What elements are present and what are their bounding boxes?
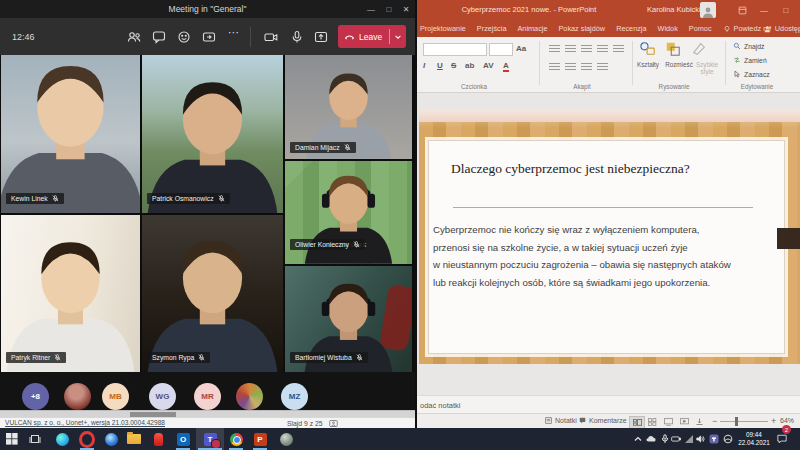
leave-button[interactable]: Leave xyxy=(338,25,406,48)
video-tile[interactable]: Damian Mijacz xyxy=(285,55,412,159)
font-name-input[interactable] xyxy=(423,43,487,56)
accessibility-check-icon[interactable] xyxy=(329,419,338,428)
grow-font-icon[interactable]: Aa xyxy=(516,44,526,53)
swirl-tray-icon[interactable] xyxy=(723,428,733,450)
initials-avatar[interactable]: MZ xyxy=(281,383,308,410)
minimize-button[interactable]: — xyxy=(363,0,379,18)
video-tile[interactable]: Bartłomiej Wistuba xyxy=(285,266,412,372)
notes-toggle[interactable]: Notatki xyxy=(545,417,577,424)
reading-view-button[interactable] xyxy=(661,416,675,427)
fit-slide-icon[interactable] xyxy=(695,417,704,427)
red-app-icon[interactable] xyxy=(150,431,166,447)
tab-animacje[interactable]: Animacje xyxy=(517,24,547,33)
tab-recenzja[interactable]: Recenzja xyxy=(616,24,646,33)
minimize-button[interactable]: — xyxy=(756,0,772,20)
taskbar-clock[interactable]: 09:44 22.04.2021 xyxy=(737,431,771,447)
font-size-input[interactable] xyxy=(489,43,513,56)
indent-increase-icon[interactable] xyxy=(597,45,608,53)
overflow-participants-avatar[interactable]: +8 xyxy=(22,383,49,410)
underline-icon[interactable]: U xyxy=(437,61,443,70)
teams-taskbar-icon[interactable]: T xyxy=(202,431,218,447)
zoom-level[interactable]: 64% xyxy=(780,417,794,424)
select-button[interactable]: Zaznacz xyxy=(733,70,770,78)
find-button[interactable]: Znajdź xyxy=(733,42,764,50)
maximize-button[interactable]: □ xyxy=(381,0,397,18)
zoom-slider-track[interactable] xyxy=(720,421,768,422)
outlook-icon[interactable]: O xyxy=(175,431,191,447)
font-color-icon[interactable]: A xyxy=(503,61,509,72)
quick-styles-icon[interactable] xyxy=(691,41,707,61)
maximize-button[interactable]: □ xyxy=(778,0,794,20)
reactions-icon[interactable] xyxy=(177,30,191,44)
participants-icon[interactable] xyxy=(127,30,141,44)
zoom-out-icon[interactable]: − xyxy=(712,416,717,426)
comments-toggle[interactable]: Komentarze xyxy=(579,417,627,424)
slide-sorter-view-button[interactable] xyxy=(645,416,659,427)
video-tile[interactable]: Patryk Ritner xyxy=(1,215,140,372)
battery-icon[interactable] xyxy=(671,428,681,450)
camera-icon[interactable] xyxy=(264,30,278,44)
opera-icon[interactable] xyxy=(79,431,95,447)
numbering-icon[interactable] xyxy=(565,45,576,53)
tab-pomoc[interactable]: Pomoc xyxy=(689,24,712,33)
microphone-tray-icon[interactable] xyxy=(660,428,670,450)
network-icon[interactable] xyxy=(684,428,694,450)
leave-options-chevron-icon[interactable] xyxy=(390,33,406,41)
globe-app-icon[interactable] xyxy=(103,431,119,447)
hidden-icons-chevron[interactable] xyxy=(633,428,643,450)
tab-przejscia[interactable]: Przejścia xyxy=(477,24,507,33)
powerpoint-taskbar-icon[interactable]: P xyxy=(252,431,268,447)
shapes-icon[interactable] xyxy=(639,41,657,61)
account-name[interactable]: Karolina Kubicki xyxy=(647,5,701,14)
slideshow-view-button[interactable] xyxy=(677,416,691,427)
video-tile[interactable]: Szymon Rypa xyxy=(142,215,283,372)
notification-center-icon[interactable]: 2 xyxy=(777,428,787,450)
align-right-icon[interactable] xyxy=(581,63,592,71)
share-screen-icon[interactable] xyxy=(314,30,328,44)
initials-avatar[interactable]: MR xyxy=(194,383,221,410)
ribbon-display-options-icon[interactable] xyxy=(734,0,750,20)
vulcan-version-link[interactable]: VULCAN sp. z o. o., Uonet+, wersja 21.03… xyxy=(5,419,165,426)
arrange-button-label[interactable]: Rozmieść xyxy=(663,61,695,68)
slide-canvas[interactable]: Dlaczego cyberprzemoc jest niebezpieczna… xyxy=(419,110,800,364)
character-spacing-icon[interactable]: AV xyxy=(483,61,494,70)
onedrive-icon[interactable] xyxy=(646,428,656,450)
italic-icon[interactable]: I xyxy=(423,61,425,70)
bullets-icon[interactable] xyxy=(549,45,560,53)
tab-widok[interactable]: Widok xyxy=(658,24,678,33)
initials-avatar[interactable]: WG xyxy=(149,383,176,410)
video-tile[interactable]: Patrick Osmanowicz xyxy=(142,55,283,213)
microphone-icon[interactable] xyxy=(290,30,304,44)
sphere-app-icon[interactable] xyxy=(278,431,294,447)
strikethrough-icon[interactable]: S xyxy=(451,61,456,70)
tab-projektowanie[interactable]: Projektowanie xyxy=(420,24,466,33)
task-view-button[interactable] xyxy=(27,431,43,447)
share-button[interactable]: Udostęp xyxy=(764,20,800,37)
photo-avatar[interactable] xyxy=(64,383,91,410)
justify-icon[interactable] xyxy=(597,63,608,71)
indent-decrease-icon[interactable] xyxy=(581,45,592,53)
initials-avatar[interactable]: MB xyxy=(102,383,129,410)
file-explorer-icon[interactable] xyxy=(126,431,142,447)
chrome-icon[interactable] xyxy=(228,431,244,447)
close-button[interactable]: ✕ xyxy=(398,0,414,18)
replace-button[interactable]: Zamień xyxy=(733,56,767,64)
more-options-icon[interactable]: ⋯ xyxy=(228,26,239,40)
slide-body-text[interactable]: Cyberprzemoc nie kończy się wraz z wyłąc… xyxy=(433,221,777,291)
slide-title[interactable]: Dlaczego cyberprzemoc jest niebezpieczna… xyxy=(451,161,761,177)
notes-pane[interactable]: odać notatki xyxy=(417,395,800,414)
zoom-in-icon[interactable]: + xyxy=(771,416,776,426)
align-center-icon[interactable] xyxy=(565,63,576,71)
start-button[interactable] xyxy=(4,431,20,447)
arrange-icon[interactable] xyxy=(665,41,681,61)
teams-tray-icon[interactable] xyxy=(709,428,719,450)
shapes-button-label[interactable]: Kształty xyxy=(633,61,663,68)
volume-icon[interactable] xyxy=(696,428,706,450)
edge-icon[interactable] xyxy=(54,431,70,447)
breakout-rooms-icon[interactable] xyxy=(202,30,216,44)
quick-styles-button-label[interactable]: Szybkie style xyxy=(693,61,721,75)
align-left-icon[interactable] xyxy=(549,63,560,71)
line-spacing-icon[interactable] xyxy=(613,45,624,53)
photo-avatar[interactable] xyxy=(236,383,263,410)
video-tile[interactable]: Kewin Linek xyxy=(1,55,140,213)
